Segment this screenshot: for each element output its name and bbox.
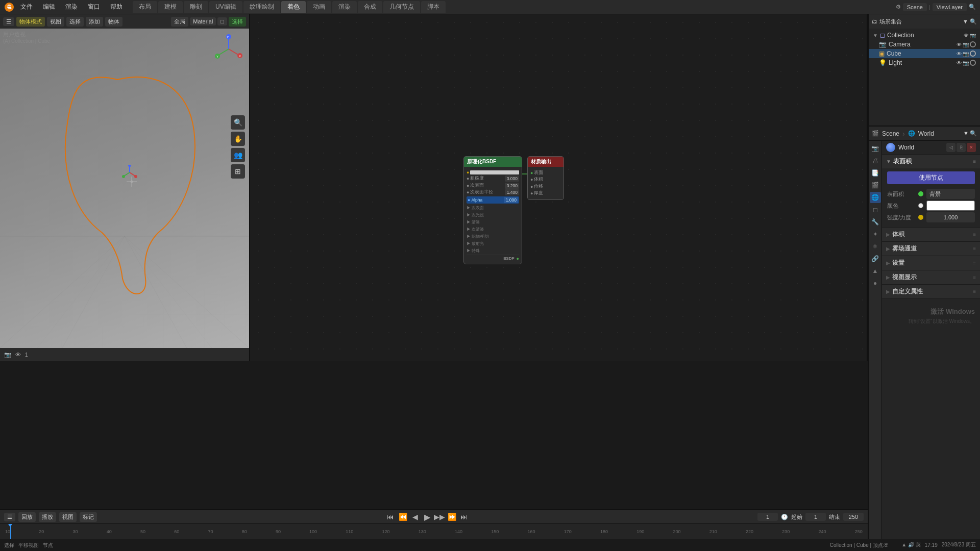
viewport-3d-content[interactable]: Z X Y	[0, 29, 249, 348]
settings-section-header[interactable]: ▶ 设置 ≡	[882, 256, 980, 270]
props-icon-object[interactable]: ◻	[870, 204, 881, 215]
viewport-mode-btn[interactable]: 物体模式	[16, 17, 45, 27]
node-material-output[interactable]: 材质输出 ● 表面 ● 体积 ● 位移 ●	[527, 156, 564, 200]
timeline-ruler[interactable]: 10 20 30 40 50 60 70 80 90 100 110 120 1…	[0, 523, 868, 539]
current-frame-input[interactable]: 1	[757, 513, 778, 521]
sidebar-icon-search[interactable]: 🔍	[231, 115, 245, 130]
use-nodes-button[interactable]: 使用节点	[887, 171, 975, 184]
status-select-btn[interactable]: 选择	[4, 542, 14, 549]
view-layer-label[interactable]: ViewLayer	[933, 3, 967, 11]
outliner-item-camera[interactable]: 📷 Camera 👁 📷	[869, 40, 980, 49]
select-mode-btn[interactable]: 选择	[229, 17, 246, 27]
status-pan-btn[interactable]: 平移视图	[18, 542, 39, 549]
props-icon-data[interactable]: ▲	[870, 265, 881, 277]
tl-marker-btn[interactable]: 标记	[80, 512, 97, 522]
transform-gizmo[interactable]	[122, 165, 137, 180]
light-render-icon[interactable]: 📷	[963, 60, 969, 66]
props-world-label[interactable]: World	[918, 130, 934, 137]
world-copy-btn[interactable]: ⎘	[957, 143, 966, 152]
surface-type-val[interactable]: 背景	[926, 189, 975, 199]
ws-compositing[interactable]: 合成	[358, 1, 382, 13]
viewport-xray-btn[interactable]: □	[217, 17, 227, 26]
tl-view-btn[interactable]: 视图	[59, 512, 77, 522]
props-search-icon[interactable]: 🔍	[970, 130, 977, 137]
viewport-add-btn[interactable]: 添加	[86, 17, 103, 27]
status-node-btn[interactable]: 节点	[43, 542, 53, 549]
ws-layout[interactable]: 布局	[133, 1, 157, 13]
node-canvas[interactable]: 原理化BSDF ● ● 粗糙度 0.000 ●	[250, 14, 867, 361]
pb-next-btn[interactable]: ▶▶	[434, 511, 445, 522]
node-editor[interactable]: ☰ ● Cube › Cube › Material 视图 选择 添加 节点 ✓…	[250, 14, 868, 361]
props-icon-constraints[interactable]: 🔗	[870, 253, 881, 264]
ws-sculpt[interactable]: 雕刻	[184, 1, 208, 13]
props-icon-modifiers[interactable]: 🔧	[870, 216, 881, 228]
camera-vis-icon[interactable]: 👁	[957, 42, 962, 47]
pb-next-key-btn[interactable]: ⏩	[446, 511, 457, 522]
viewport-view-btn[interactable]: 视图	[47, 17, 64, 27]
cube-vis-icon[interactable]: 👁	[957, 51, 962, 57]
color-swatch[interactable]	[926, 201, 975, 211]
sidebar-icon-grid[interactable]: ⊞	[231, 164, 245, 179]
scene-label[interactable]: Scene	[903, 3, 927, 11]
camera-render-icon[interactable]: 📷	[963, 42, 969, 47]
viewport-shading-btn[interactable]: Material	[190, 17, 216, 26]
custom-props-section-header[interactable]: ▶ 自定义属性 ≡	[882, 285, 980, 298]
outliner-item-collection[interactable]: ▼ ◻ Collection 👁 📷	[869, 31, 980, 40]
props-icon-world[interactable]: 🌐	[870, 192, 881, 203]
props-icon-material[interactable]: ●	[870, 278, 881, 289]
sidebar-icon-people[interactable]: 👥	[231, 148, 245, 162]
collection-vis-icon[interactable]: 👁	[964, 33, 969, 38]
ws-render[interactable]: 渲染	[332, 1, 357, 13]
viewport-display-section-header[interactable]: ▶ 视图显示 ≡	[882, 270, 980, 284]
ws-uv[interactable]: UV编辑	[209, 1, 242, 13]
props-icon-view-layer[interactable]: 📑	[870, 167, 881, 179]
pb-prev-btn[interactable]: ◀	[409, 511, 421, 522]
ws-texture[interactable]: 纹理绘制	[243, 1, 280, 13]
menu-file[interactable]: 文件	[16, 2, 37, 12]
props-icon-output[interactable]: 🖨	[870, 155, 881, 166]
menu-window[interactable]: 窗口	[84, 2, 104, 12]
pb-play-btn[interactable]: ▶	[422, 511, 433, 522]
menu-edit[interactable]: 编辑	[39, 2, 59, 12]
viewport-gizmo[interactable]: Z X Y	[213, 34, 244, 64]
props-scene-label[interactable]: Scene	[882, 130, 899, 137]
tl-play-btn[interactable]: 播放	[39, 512, 56, 522]
pb-prev-key-btn[interactable]: ⏪	[397, 511, 408, 522]
viewport-select-btn[interactable]: 选择	[66, 17, 84, 27]
outliner-search-icon[interactable]: 🔍	[970, 18, 977, 25]
props-icon-render[interactable]: 📷	[870, 143, 881, 154]
start-frame-input[interactable]: 1	[805, 513, 826, 521]
menu-render[interactable]: 渲染	[61, 2, 82, 12]
sidebar-icon-hand[interactable]: ✋	[231, 132, 245, 146]
world-browse-btn[interactable]: ◁	[946, 143, 955, 152]
atmosphere-section-header[interactable]: ▶ 雾场通道 ≡	[882, 242, 980, 256]
collection-render-icon[interactable]: 📷	[970, 33, 976, 38]
pb-last-btn[interactable]: ⏭	[458, 511, 470, 522]
cube-render-icon[interactable]: 📷	[963, 51, 969, 57]
outliner-item-cube[interactable]: ▣ Cube 👁 📷	[869, 49, 980, 58]
ws-shading[interactable]: 着色	[281, 1, 306, 13]
world-close-btn[interactable]: ✕	[967, 143, 976, 152]
end-frame-input[interactable]: 250	[843, 513, 864, 521]
tl-playback-btn[interactable]: 回放	[18, 512, 36, 522]
menu-help[interactable]: 帮助	[106, 2, 127, 12]
outliner-item-light[interactable]: 💡 Light 👁 📷	[869, 58, 980, 67]
props-icon-particles[interactable]: ✦	[870, 229, 881, 240]
ws-animation[interactable]: 动画	[307, 1, 331, 13]
pb-first-btn[interactable]: ⏮	[385, 511, 396, 522]
viewport-overlay-btn[interactable]: 全局	[171, 17, 188, 27]
surface-section-header[interactable]: ▼ 表面积 ≡	[882, 155, 980, 168]
light-vis-icon[interactable]: 👁	[957, 60, 962, 66]
props-icon-physics[interactable]: ⚛	[870, 241, 881, 252]
viewport-object-btn[interactable]: 物体	[105, 17, 122, 27]
search-icon-top[interactable]: 🔍	[969, 4, 976, 10]
volume-section-header[interactable]: ▶ 体积 ≡	[882, 228, 980, 241]
tl-menu-btn[interactable]: ☰	[4, 513, 15, 521]
strength-value[interactable]: 1.000	[926, 212, 975, 222]
node-principled-bsdf[interactable]: 原理化BSDF ● ● 粗糙度 0.000 ●	[463, 156, 522, 264]
outliner-filter-icon[interactable]: ▼	[963, 18, 968, 25]
props-icon-scene[interactable]: 🎬	[870, 180, 881, 191]
ws-script[interactable]: 脚本	[421, 1, 446, 13]
viewport-menu-btn[interactable]: ☰	[3, 17, 14, 26]
props-filter-icon[interactable]: ▼	[963, 130, 969, 137]
